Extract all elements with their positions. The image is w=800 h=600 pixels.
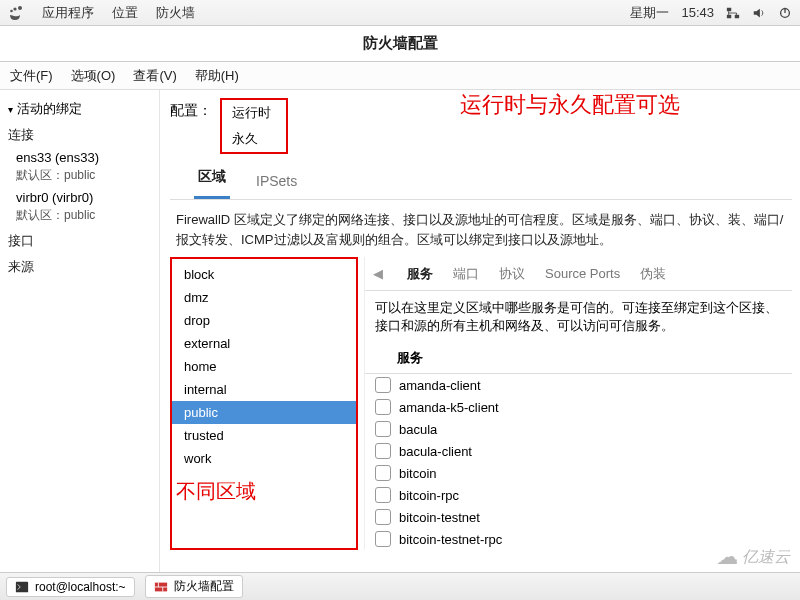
- service-checkbox[interactable]: [375, 487, 391, 503]
- chevron-down-icon: ▾: [8, 104, 13, 115]
- service-row[interactable]: bacula: [365, 418, 792, 440]
- zone-list: blockdmzdropexternalhomeinternalpublictr…: [170, 257, 358, 550]
- sub-tab-protocols[interactable]: 协议: [499, 265, 525, 283]
- services-description: 可以在这里定义区域中哪些服务是可信的。可连接至绑定到这个区接、接口和源的所有主机…: [375, 299, 782, 335]
- service-row[interactable]: amanda-client: [365, 374, 792, 396]
- menu-file[interactable]: 文件(F): [10, 67, 53, 85]
- sidebar-header[interactable]: ▾ 活动的绑定: [0, 96, 159, 122]
- task-firewall-label: 防火墙配置: [174, 578, 234, 595]
- sub-tab-ports[interactable]: 端口: [453, 265, 479, 283]
- zone-item-drop[interactable]: drop: [172, 309, 356, 332]
- clock-time: 15:43: [681, 5, 714, 20]
- menu-options[interactable]: 选项(O): [71, 67, 116, 85]
- service-row[interactable]: bacula-client: [365, 440, 792, 462]
- sidebar-sources-title[interactable]: 来源: [0, 254, 159, 280]
- volume-icon[interactable]: [752, 6, 766, 20]
- zone-item-home[interactable]: home: [172, 355, 356, 378]
- service-row[interactable]: bitcoin-rpc: [365, 484, 792, 506]
- zone-item-trusted[interactable]: trusted: [172, 424, 356, 447]
- service-row[interactable]: bitcoin: [365, 462, 792, 484]
- menu-help[interactable]: 帮助(H): [195, 67, 239, 85]
- service-row[interactable]: amanda-k5-client: [365, 396, 792, 418]
- menu-firewall[interactable]: 防火墙: [156, 4, 195, 22]
- sidebar-interfaces-title[interactable]: 接口: [0, 228, 159, 254]
- sub-tab-spoof[interactable]: 伪装: [640, 265, 666, 283]
- top-tabs: 区域 IPSets: [170, 160, 792, 200]
- firewall-icon: [154, 580, 168, 594]
- window-title: 防火墙配置: [0, 26, 800, 62]
- service-label: bitcoin-rpc: [399, 488, 459, 503]
- menu-places[interactable]: 位置: [112, 4, 138, 22]
- desktop-topbar: 应用程序 位置 防火墙 星期一 15:43: [0, 0, 800, 26]
- sidebar-conn-item[interactable]: ens33 (ens33) 默认区：public: [0, 148, 159, 188]
- sub-tabs: ◀ 服务 端口 协议 Source Ports 伪装: [365, 257, 792, 291]
- zone-item-block[interactable]: block: [172, 263, 356, 286]
- power-icon[interactable]: [778, 6, 792, 20]
- terminal-icon: [15, 580, 29, 594]
- service-label: amanda-k5-client: [399, 400, 499, 415]
- desktop-taskbar: root@localhost:~ 防火墙配置: [0, 572, 800, 600]
- menu-view[interactable]: 查看(V): [133, 67, 176, 85]
- sidebar: ▾ 活动的绑定 连接 ens33 (ens33) 默认区：public virb…: [0, 90, 160, 572]
- task-terminal-label: root@localhost:~: [35, 580, 126, 594]
- config-opt-permanent[interactable]: 永久: [222, 126, 286, 152]
- sidebar-header-label: 活动的绑定: [17, 100, 82, 118]
- service-label: bitcoin-testnet-rpc: [399, 532, 502, 547]
- config-label: 配置：: [170, 98, 212, 120]
- scroll-left-icon[interactable]: ◀: [369, 266, 387, 281]
- zone-item-work[interactable]: work: [172, 447, 356, 470]
- clock-day: 星期一: [630, 4, 669, 22]
- task-terminal[interactable]: root@localhost:~: [6, 577, 135, 597]
- tab-zones[interactable]: 区域: [194, 160, 230, 199]
- svg-rect-8: [16, 581, 28, 592]
- service-label: bacula-client: [399, 444, 472, 459]
- svg-rect-3: [727, 7, 731, 11]
- zone-description: FirewallD 区域定义了绑定的网络连接、接口以及源地址的可信程度。区域是服…: [176, 210, 786, 249]
- zone-item-public[interactable]: public: [172, 401, 356, 424]
- services-header: 服务: [365, 343, 792, 374]
- watermark-text: 亿速云: [742, 547, 790, 568]
- sub-tab-source-ports[interactable]: Source Ports: [545, 266, 620, 281]
- service-checkbox[interactable]: [375, 377, 391, 393]
- service-checkbox[interactable]: [375, 531, 391, 547]
- config-opt-runtime[interactable]: 运行时: [222, 100, 286, 126]
- service-checkbox[interactable]: [375, 443, 391, 459]
- menubar: 文件(F) 选项(O) 查看(V) 帮助(H): [0, 62, 800, 90]
- service-label: bitcoin-testnet: [399, 510, 480, 525]
- tab-ipsets[interactable]: IPSets: [252, 165, 301, 199]
- svg-rect-4: [735, 14, 739, 18]
- sidebar-conn-item[interactable]: virbr0 (virbr0) 默认区：public: [0, 188, 159, 228]
- conn-name: ens33 (ens33): [0, 148, 159, 167]
- network-icon[interactable]: [726, 6, 740, 20]
- cloud-icon: ☁: [716, 544, 738, 570]
- service-checkbox[interactable]: [375, 421, 391, 437]
- watermark: ☁ 亿速云: [716, 544, 790, 570]
- service-checkbox[interactable]: [375, 399, 391, 415]
- services-header-label: 服务: [397, 349, 423, 367]
- zone-item-internal[interactable]: internal: [172, 378, 356, 401]
- annotation-top: 运行时与永久配置可选: [460, 90, 680, 120]
- service-checkbox[interactable]: [375, 509, 391, 525]
- service-label: bitcoin: [399, 466, 437, 481]
- annotation-bottom: 不同区域: [176, 478, 256, 505]
- svg-rect-5: [727, 14, 731, 18]
- service-label: amanda-client: [399, 378, 481, 393]
- sidebar-connections-title: 连接: [0, 122, 159, 148]
- conn-default: 默认区：public: [0, 207, 159, 228]
- zone-item-dmz[interactable]: dmz: [172, 286, 356, 309]
- svg-point-2: [10, 9, 13, 12]
- sub-tab-services[interactable]: 服务: [407, 265, 433, 283]
- conn-default: 默认区：public: [0, 167, 159, 188]
- task-firewall[interactable]: 防火墙配置: [145, 575, 243, 598]
- zone-detail-pane: ◀ 服务 端口 协议 Source Ports 伪装 可以在这里定义区域中哪些服…: [364, 257, 792, 550]
- svg-point-1: [13, 7, 16, 10]
- service-checkbox[interactable]: [375, 465, 391, 481]
- services-list: amanda-clientamanda-k5-clientbaculabacul…: [365, 374, 792, 550]
- zone-item-external[interactable]: external: [172, 332, 356, 355]
- conn-name: virbr0 (virbr0): [0, 188, 159, 207]
- service-label: bacula: [399, 422, 437, 437]
- content-area: 配置： 运行时 永久 运行时与永久配置可选 区域 IPSets Firewall…: [160, 90, 800, 572]
- service-row[interactable]: bitcoin-testnet: [365, 506, 792, 528]
- menu-applications[interactable]: 应用程序: [42, 4, 94, 22]
- config-selector[interactable]: 运行时 永久: [220, 98, 288, 154]
